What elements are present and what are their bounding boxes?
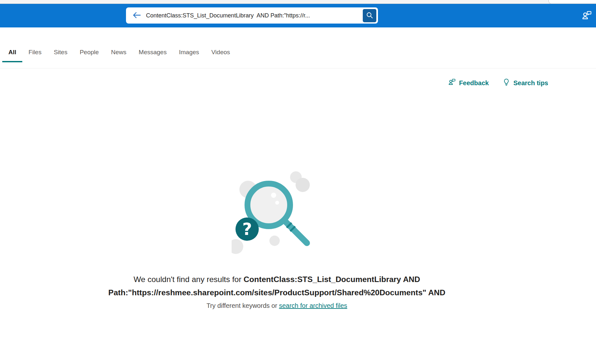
arrow-left-icon [132,10,141,21]
tab-all[interactable]: All [2,44,22,62]
suggestion-line: Try different keywords or search for arc… [0,302,554,309]
search-input[interactable]: ContentClass:STS_List_DocumentLibrary AN… [146,12,363,19]
tab-images[interactable]: Images [173,44,205,62]
tab-people[interactable]: People [74,44,105,62]
tab-news[interactable]: News [105,44,133,62]
tab-videos[interactable]: Videos [205,44,236,62]
tab-sites[interactable]: Sites [47,44,73,62]
tab-files[interactable]: Files [22,44,47,62]
svg-text:?: ? [242,219,252,239]
tab-bar-actions: Feedback Search tips [448,76,548,90]
vertical-tabs: All Files Sites People News Messages Ima… [2,44,236,62]
tab-messages[interactable]: Messages [132,44,173,62]
header-feedback-button[interactable] [581,10,593,22]
browser-edge [0,0,596,4]
back-button[interactable] [131,10,142,21]
no-results-message: We couldn't find any results for Content… [0,273,554,299]
header-bar: ContentClass:STS_List_DocumentLibrary AN… [0,4,596,27]
query-text-line-2: Path:"https://reshmee.sharepoint.com/sit… [108,288,445,297]
search-submit-button[interactable] [363,9,376,22]
person-feedback-icon [581,10,592,22]
search-tips-link[interactable]: Search tips [502,78,548,88]
search-box[interactable]: ContentClass:STS_List_DocumentLibrary AN… [126,7,378,24]
browser-edge-corner [549,0,596,4]
person-feedback-icon [448,78,456,88]
message-prefix: We couldn't find any results for [134,275,244,284]
feedback-link[interactable]: Feedback [448,78,489,88]
results-tab-bar: All Files Sites People News Messages Ima… [0,27,596,68]
search-tips-label: Search tips [513,79,548,87]
feedback-label: Feedback [459,79,489,87]
suggestion-prefix: Try different keywords or [206,302,279,309]
magnifier-icon [365,11,374,20]
magnifier-question-illustration: ? [232,168,322,258]
lightbulb-icon [502,78,510,88]
archived-files-link[interactable]: search for archived files [279,302,347,309]
query-text-line-1: ContentClass:STS_List_DocumentLibrary AN… [244,275,420,284]
